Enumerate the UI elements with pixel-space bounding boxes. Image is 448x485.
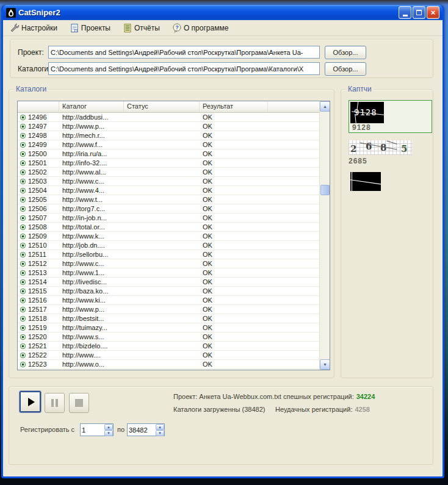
table-row[interactable]: 12511http://sellorbu...OK: [18, 250, 319, 259]
table-row[interactable]: 12516http://www.ki...OK: [18, 296, 319, 305]
row-url: http://www.o...: [59, 360, 124, 368]
row-status: [124, 131, 200, 140]
table-row[interactable]: 12514http://livedisc...OK: [18, 278, 319, 287]
table-row[interactable]: 12507http://in-job.n...OK: [18, 214, 319, 223]
table-row[interactable]: 12522http://www....OK: [18, 351, 319, 360]
register-to-spinner: ▲ ▼: [127, 423, 165, 436]
row-extra: [268, 204, 319, 213]
table-row[interactable]: 12496http://addbusi...OK: [18, 113, 319, 122]
row-status: [124, 342, 200, 350]
row-id: 12514: [28, 278, 47, 286]
table-row[interactable]: 12509http://www.k...OK: [18, 232, 319, 241]
pause-button[interactable]: [45, 393, 65, 413]
table-row[interactable]: 12520http://www.s...OK: [18, 332, 319, 342]
captcha-item-selected: 9128 9128: [349, 100, 432, 133]
table-row[interactable]: 12504http://www.4...OK: [18, 186, 319, 195]
row-result: OK: [200, 241, 268, 250]
row-result: OK: [200, 159, 268, 167]
row-status: [124, 168, 200, 176]
column-header-status[interactable]: Статус: [124, 101, 200, 113]
table-row[interactable]: 12502http://www.al...OK: [18, 168, 319, 177]
row-status-dot-icon: [20, 225, 26, 230]
row-status-dot-icon: [20, 124, 26, 129]
row-extra: [268, 250, 319, 259]
row-url: http://www....: [59, 351, 124, 359]
row-url: http://total.or...: [59, 223, 124, 231]
row-result: OK: [200, 314, 268, 323]
table-row[interactable]: 12503http://www.c...OK: [18, 177, 319, 186]
row-status-dot-icon: [20, 234, 26, 239]
column-header-catalog[interactable]: Каталог: [59, 101, 124, 113]
row-status-dot-icon: [20, 206, 26, 212]
table-row[interactable]: 12521http://bizdelo....OK: [18, 342, 319, 351]
minimize-button[interactable]: [399, 6, 411, 19]
row-status-dot-icon: [20, 115, 26, 120]
row-id: 12502: [28, 168, 47, 176]
menu-item-projects[interactable]: Проекты: [68, 22, 112, 34]
menu-item-settings[interactable]: Настройки: [8, 22, 59, 34]
row-id: 12519: [28, 323, 47, 332]
row-url: http://www.f...: [59, 140, 124, 149]
stats-failed-value: 4258: [355, 406, 369, 413]
row-extra: [268, 268, 319, 277]
row-extra: [268, 232, 319, 240]
table-scrollbar[interactable]: ▲ ▼: [319, 101, 330, 370]
close-button[interactable]: ×: [427, 6, 439, 19]
row-id: 12521: [28, 342, 47, 350]
scroll-down-icon[interactable]: ▼: [320, 359, 330, 370]
table-row[interactable]: 12497http://www.p...OK: [18, 122, 319, 131]
project-path-input[interactable]: [48, 46, 320, 59]
row-status-dot-icon: [20, 160, 26, 166]
column-header-result[interactable]: Результат: [200, 101, 268, 113]
spin-down-icon[interactable]: ▼: [156, 430, 164, 436]
catalogs-browse-button[interactable]: Обзор...: [325, 62, 366, 76]
row-extra: [268, 342, 319, 350]
table-row[interactable]: 12505http://www.t...OK: [18, 195, 319, 204]
project-browse-button[interactable]: Обзор...: [325, 46, 366, 59]
stop-button[interactable]: [69, 393, 89, 413]
table-row[interactable]: 12513http://www.1...OK: [18, 268, 319, 278]
register-to-input[interactable]: [128, 424, 156, 436]
maximize-button[interactable]: [413, 6, 425, 19]
table-row[interactable]: 12519http://tuimazy...OK: [18, 323, 319, 332]
captcha-decoded-2: 2685: [349, 157, 367, 165]
table-row[interactable]: 12499http://www.f...OK: [18, 140, 319, 149]
stats-loaded: Каталоги загруженны (38482): [173, 406, 265, 413]
table-row[interactable]: 12518http://bestsit...OK: [18, 314, 319, 323]
spin-down-icon[interactable]: ▼: [104, 430, 113, 436]
title-bar[interactable]: CatSniper2 ×: [3, 5, 443, 20]
table-row[interactable]: 12515http://baza.ko...OK: [18, 287, 319, 296]
row-url: http://tuimazy...: [59, 323, 124, 332]
minimize-icon: [403, 15, 408, 16]
register-from-input[interactable]: [81, 424, 104, 436]
column-header-icon[interactable]: [18, 101, 59, 113]
table-row[interactable]: 12517http://www.p...OK: [18, 305, 319, 314]
row-url: http://www.4...: [59, 186, 124, 195]
spin-up-icon[interactable]: ▲: [156, 424, 164, 430]
row-result: OK: [200, 168, 268, 176]
wrench-icon: [10, 23, 20, 33]
table-row[interactable]: 12523http://www.o...OK: [18, 360, 319, 369]
table-row[interactable]: 12501http://info-32....OK: [18, 159, 319, 168]
table-row[interactable]: 12510http://job.dn....OK: [18, 241, 319, 250]
table-row[interactable]: 12506http://torg7.c...OK: [18, 204, 319, 214]
menu-item-reports[interactable]: Отчёты: [121, 22, 162, 34]
row-id: 12504: [28, 186, 47, 195]
table-row[interactable]: 12512http://www.c...OK: [18, 259, 319, 268]
row-url: http://www.k...: [59, 232, 124, 240]
play-button[interactable]: [19, 390, 42, 413]
captcha-group: Каптчи 9128 9128 2 6 8 5: [341, 89, 433, 378]
app-icon[interactable]: [6, 8, 16, 18]
table-row[interactable]: 12508http://total.or...OK: [18, 223, 319, 232]
table-row[interactable]: 12500http://iria.ru/a...OK: [18, 149, 319, 159]
scroll-up-icon[interactable]: ▲: [320, 101, 330, 112]
help-icon: ?: [172, 23, 182, 33]
catalogs-label: Каталоги:: [10, 65, 48, 73]
row-extra: [268, 168, 319, 176]
row-extra: [268, 131, 319, 140]
catalogs-path-input[interactable]: [48, 62, 320, 75]
menu-item-about[interactable]: ? О программе: [170, 22, 230, 34]
scrollbar-thumb[interactable]: [320, 185, 330, 195]
spin-up-icon[interactable]: ▲: [104, 424, 113, 430]
table-row[interactable]: 12498http://mech.r...OK: [18, 131, 319, 140]
